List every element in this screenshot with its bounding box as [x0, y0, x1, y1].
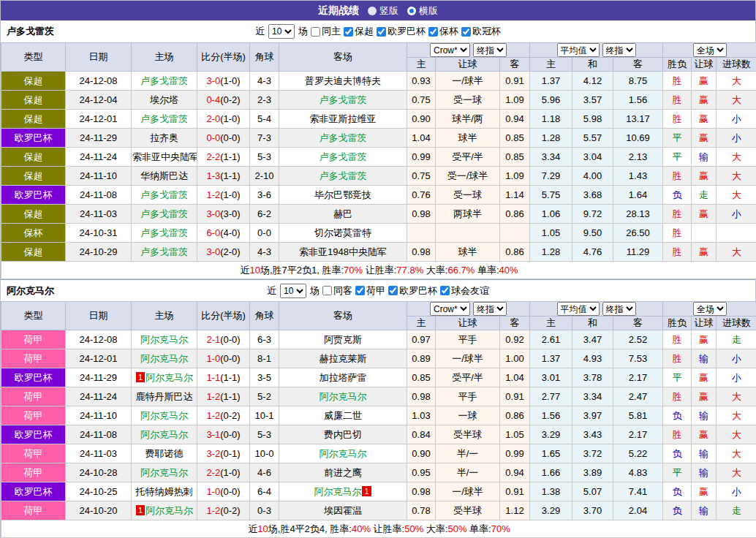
scope-select-0[interactable]: 全场 [693, 43, 727, 57]
result-handicap: 输 [692, 444, 717, 463]
halftime-score: (1-0) [220, 189, 240, 200]
match-date: 24-11-10 [66, 406, 132, 425]
away-team-cell: 卢多戈雷茨 [279, 91, 407, 110]
league-checkbox-1[interactable] [388, 286, 398, 295]
team-label: 卢多戈雷茨 [320, 151, 367, 162]
layout-option-vertical[interactable]: 竖版 [368, 4, 398, 18]
layout-option-horizontal[interactable]: 横版 [407, 4, 438, 18]
score-cell: 3-0(2-0) [197, 243, 250, 262]
avg-draw: 5.57 [572, 129, 613, 148]
home-team-cell: 阿尔克马尔 [132, 406, 197, 425]
scope-select-0[interactable]: 全场 [693, 302, 727, 316]
league-checkbox-1[interactable] [377, 27, 386, 37]
same-venue-checkbox[interactable] [311, 27, 320, 37]
filter-controls: 近10场同主保超欧罗巴杯保杯欧冠杯 [255, 24, 501, 39]
section-filterbar: 阿尔克马尔近10场同客荷甲欧罗巴杯球会友谊 [1, 279, 755, 301]
team-label: 托特纳姆热刺 [136, 486, 193, 497]
team-label: 卢多戈雷茨 [140, 189, 188, 200]
odds-source-select-0[interactable]: Crow* [430, 43, 470, 57]
league-filter-1[interactable]: 欧罗巴杯 [388, 284, 437, 298]
matches-table: 类型日期主场比分(半场)角球客场Crow*终指平均值终指全场主让球客主和客胜负让… [1, 301, 756, 538]
league-filter-1[interactable]: 欧罗巴杯 [376, 25, 426, 38]
subcol-odds-handicap: 让球 [436, 317, 500, 330]
league-badge: 荷甲 [1, 444, 66, 463]
league-badge: 欧罗巴杯 [1, 186, 66, 205]
halftime-score: (3-0) [220, 208, 240, 219]
team-label: 卢多戈雷茨 [140, 227, 188, 238]
odds-home: 0.98 [407, 205, 436, 224]
fulltime-score: 1-2 [206, 391, 220, 402]
result-goals: 小 [717, 110, 756, 129]
same-venue-filter[interactable]: 同主 [310, 25, 341, 38]
corner-cell: 3-5 [250, 368, 279, 387]
same-venue-filter[interactable]: 同客 [322, 284, 352, 298]
away-team-cell: 阿尔克马尔1 [279, 482, 407, 501]
odds-home: 0.75 [407, 91, 436, 110]
odds-source-select-1[interactable]: 终指 [473, 43, 507, 57]
halftime-score: (0-0) [220, 132, 240, 143]
summary-segment: 66.7% [447, 265, 475, 276]
league-filter-0[interactable]: 保超 [343, 25, 374, 38]
match-date: 24-10-25 [66, 482, 132, 501]
avg-home: 2.61 [530, 330, 572, 349]
league-filter-2[interactable]: 保杯 [428, 25, 458, 38]
odds-away: 0.85 [500, 148, 530, 167]
avg-away: 1.43 [613, 167, 663, 186]
league-checkbox-2[interactable] [440, 286, 450, 295]
avg-away: 2.13 [613, 148, 663, 167]
odds-home: 0.84 [407, 425, 436, 444]
result-outcome: 平 [663, 463, 692, 482]
league-filter-2[interactable]: 球会友谊 [439, 284, 489, 298]
recent-count-select[interactable]: 10 [280, 284, 306, 298]
home-team-cell: 卢多戈雷茨 [132, 205, 197, 224]
corner-cell: 5-3 [250, 148, 279, 167]
subcol-avg-home: 主 [530, 317, 572, 330]
team-label: 费内巴切 [324, 429, 362, 440]
fulltime-score: 1-3 [206, 170, 220, 181]
team-label: 卢多戈雷茨 [140, 246, 188, 257]
radio-selected-icon [407, 7, 416, 15]
odds-away: 0.91 [500, 387, 530, 406]
halftime-score: (2-0) [220, 246, 240, 257]
odds-away: 1.05 [500, 425, 530, 444]
league-checkbox-0[interactable] [344, 27, 353, 37]
league-filter-0[interactable]: 荷甲 [355, 284, 385, 298]
odds-handicap: 受半球 [436, 425, 500, 444]
halftime-score: (4-0) [220, 227, 240, 238]
league-checkbox-0[interactable] [355, 286, 365, 295]
avg-source-select-0[interactable]: 平均值 [557, 302, 600, 316]
halftime-score: (1-0) [220, 75, 240, 86]
league-checkbox-2[interactable] [428, 27, 438, 37]
summary-segment: 10 [257, 523, 268, 534]
league-checkbox-3[interactable] [461, 27, 471, 37]
avg-home: 1.28 [530, 129, 572, 148]
corner-cell: 2-10 [250, 167, 279, 186]
result-handicap: 赢 [692, 425, 717, 444]
avg-home: 1.66 [530, 463, 572, 482]
avg-source-select-1[interactable]: 终指 [602, 302, 636, 316]
match-date: 24-10-28 [66, 463, 132, 482]
recent-count-select[interactable]: 10 [268, 24, 295, 39]
fulltime-score: 3-0 [206, 246, 220, 257]
odds-home: 0.85 [407, 368, 436, 387]
league-filter-3[interactable]: 欧冠杯 [461, 25, 501, 38]
subcol-result-outcome: 胜负 [663, 58, 692, 72]
avg-source-select-1[interactable]: 终指 [602, 43, 636, 57]
summary-segment: 70% [344, 265, 363, 276]
avg-draw: 3.97 [572, 406, 613, 425]
league-filter-label: 欧罗巴杯 [399, 284, 437, 298]
result-goals: 大 [717, 167, 756, 186]
halftime-score: (0-2) [220, 505, 240, 516]
avg-home: 3.01 [530, 368, 572, 387]
avg-away: 5.22 [613, 444, 663, 463]
result-outcome: 胜 [663, 330, 692, 349]
avg-source-select-0[interactable]: 平均值 [557, 43, 600, 57]
subcol-avg-draw: 和 [572, 317, 613, 330]
odds-source-select-0[interactable]: Crow* [430, 302, 470, 316]
avg-home: 3.29 [530, 501, 572, 520]
halftime-score: (1-1) [220, 372, 240, 383]
result-handicap: 赢 [692, 167, 717, 186]
home-team-cell: 阿尔克马尔 [132, 463, 197, 482]
same-venue-checkbox[interactable] [322, 286, 332, 295]
odds-source-select-1[interactable]: 终指 [473, 302, 507, 316]
